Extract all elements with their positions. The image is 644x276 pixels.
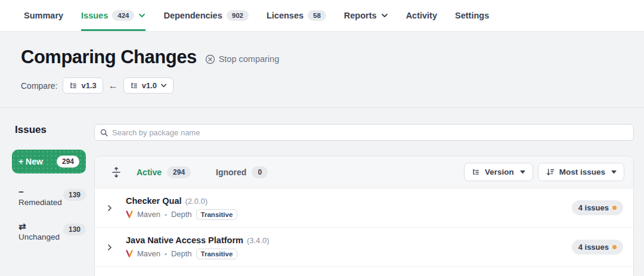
tab-ignored-count-badge: 0: [252, 166, 268, 178]
package-name: Java Native Access Platform: [126, 235, 243, 245]
package-row[interactable]: Checker Qual (2.0.0) Maven • Depth Trans…: [95, 188, 633, 228]
issues-count-label: 4 issues: [578, 243, 609, 252]
list-tree-icon: [69, 82, 78, 90]
package-version: (3.4.0): [247, 236, 270, 245]
chevron-right-icon[interactable]: [103, 204, 117, 212]
tab-licenses[interactable]: Licenses 58: [267, 0, 326, 31]
filter-remediated-item[interactable]: − Remediated 139: [12, 187, 86, 208]
tab-active-issues[interactable]: Active 294: [137, 166, 191, 178]
sort-dropdown-button[interactable]: Most issues: [538, 163, 624, 181]
compare-label: Compare:: [21, 81, 57, 91]
compare-to-version-label: v1.0: [142, 81, 157, 90]
search-input[interactable]: [112, 128, 628, 137]
version-dropdown-label: Version: [485, 168, 514, 176]
ecosystem-label: Maven: [137, 249, 160, 258]
tab-activity[interactable]: Activity: [406, 0, 437, 31]
chevron-down-icon: [138, 12, 145, 19]
expand-collapse-all-icon[interactable]: [112, 167, 121, 178]
meta-separator-dot: •: [165, 250, 167, 258]
list-tree-icon: [130, 82, 138, 90]
tab-dependencies[interactable]: Dependencies 902: [163, 0, 249, 31]
issues-count-pill[interactable]: 4 issues: [572, 200, 623, 215]
tab-ignored-issues[interactable]: Ignored 0: [216, 166, 268, 178]
caret-down-icon: [520, 170, 525, 174]
licenses-count-badge: 58: [308, 10, 326, 21]
tab-licenses-label: Licenses: [267, 11, 304, 20]
sort-dropdown-label: Most issues: [559, 168, 605, 176]
tab-issues[interactable]: Issues 424: [81, 0, 145, 31]
chevron-down-icon: [160, 82, 167, 89]
meta-separator-dot: •: [165, 211, 167, 218]
tab-summary[interactable]: Summary: [24, 0, 63, 31]
maven-logo-icon: [126, 210, 133, 218]
filter-new-count-badge: 294: [57, 156, 79, 168]
tab-ignored-label: Ignored: [216, 168, 246, 177]
issues-count-badge: 424: [112, 10, 134, 21]
tab-summary-label: Summary: [24, 11, 63, 20]
circle-x-icon: [205, 54, 215, 64]
issues-count-label: 4 issues: [578, 203, 609, 212]
list-tree-icon: [472, 168, 480, 176]
tab-settings-label: Settings: [455, 11, 489, 20]
tab-activity-label: Activity: [406, 11, 437, 20]
chevron-right-icon[interactable]: [103, 244, 117, 251]
tab-reports-label: Reports: [344, 11, 377, 20]
search-icon: [100, 129, 108, 137]
warning-dot-icon: [612, 206, 617, 210]
version-dropdown-button[interactable]: Version: [464, 163, 533, 181]
depth-value-badge: Transitive: [196, 249, 238, 259]
tab-active-count-badge: 294: [167, 166, 191, 178]
dependencies-count-badge: 902: [227, 10, 249, 21]
tab-dependencies-label: Dependencies: [163, 11, 222, 20]
depth-value-badge: Transitive: [196, 209, 238, 220]
caret-down-icon: [611, 170, 617, 174]
package-info: Checker Qual (2.0.0) Maven • Depth Trans…: [126, 196, 237, 220]
tab-settings[interactable]: Settings: [455, 0, 489, 31]
page-title: Comparing Changes: [21, 46, 197, 68]
filter-remediated-count-badge: 139: [63, 189, 86, 201]
package-info: Java Native Access Platform (3.4.0) Mave…: [126, 235, 270, 259]
compare-from-version-label: v1.3: [81, 81, 96, 90]
depth-label: Depth: [171, 249, 192, 258]
panel-header: Active 294 Ignored 0 Version: [95, 156, 633, 188]
depth-label: Depth: [171, 210, 192, 219]
filter-new-button[interactable]: + New 294: [12, 150, 86, 173]
tab-reports[interactable]: Reports: [344, 0, 388, 31]
filter-unchanged-item[interactable]: ⇄ Unchanged 130: [12, 221, 86, 243]
issues-count-pill[interactable]: 4 issues: [572, 240, 623, 255]
package-name: Checker Qual: [126, 196, 182, 206]
package-search: [94, 124, 634, 141]
tab-active-label: Active: [137, 168, 162, 177]
sidebar-title: Issues: [15, 124, 86, 136]
package-version: (2.0.0): [185, 197, 208, 206]
package-row: [95, 267, 633, 276]
plus-icon: +: [18, 157, 23, 166]
compare-to-version-button[interactable]: v1.0: [123, 77, 174, 94]
ecosystem-label: Maven: [137, 210, 160, 219]
chevron-down-icon: [381, 12, 388, 19]
stop-comparing-label: Stop comparing: [219, 54, 280, 64]
package-row[interactable]: Java Native Access Platform (3.4.0) Mave…: [95, 228, 633, 267]
tab-issues-label: Issues: [81, 11, 108, 20]
compare-row: Compare: v1.3 ← v1.0: [21, 77, 623, 94]
compare-from-version-button[interactable]: v1.3: [63, 77, 103, 94]
stop-comparing-button[interactable]: Stop comparing: [205, 54, 280, 64]
sort-descending-icon: [546, 168, 555, 176]
issues-sidebar: Issues + New 294 − Remediated 139 ⇄ Unch…: [12, 124, 86, 243]
filter-unchanged-count-badge: 130: [63, 224, 86, 235]
issues-panel: Active 294 Ignored 0 Version: [94, 156, 634, 276]
maven-logo-icon: [126, 250, 133, 258]
arrow-left-icon: ←: [109, 80, 118, 91]
warning-dot-icon: [612, 245, 617, 249]
top-nav: Summary Issues 424 Dependencies 902 Lice…: [0, 0, 644, 32]
filter-new-label: + New: [18, 157, 43, 166]
